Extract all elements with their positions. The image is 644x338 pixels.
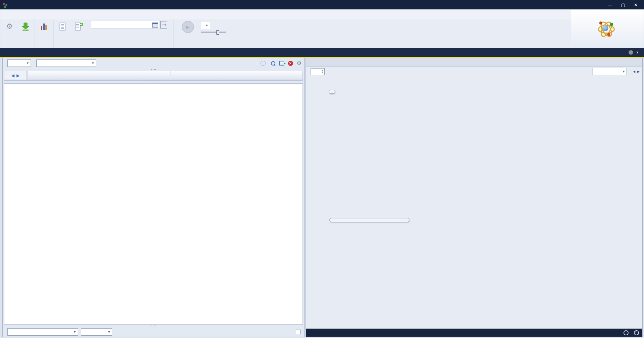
analysis-panel: ▼ ▼ ✕ ⚙ ◀▶: [2, 58, 305, 337]
document-tabs: ▼: [0, 48, 644, 58]
ribbon-group-accounts: ⚙: [0, 19, 35, 48]
import-arrow-icon: [21, 22, 31, 32]
chevron-down-icon: ▼: [636, 51, 639, 54]
search-icon[interactable]: [270, 60, 276, 66]
minimize-icon[interactable]: —: [608, 0, 612, 9]
play-button[interactable]: ▶: [182, 21, 194, 33]
trading-date-input[interactable]: [91, 21, 159, 29]
chart-status-bar: – +: [306, 329, 642, 337]
projection-date-select[interactable]: ▼: [593, 68, 627, 75]
puts-chain-table: [4, 83, 303, 325]
expiry-header-row: ◀▶: [3, 71, 304, 80]
chevron-down-icon: ▼: [205, 24, 208, 27]
account-selector[interactable]: ▼: [626, 48, 644, 57]
splitter-handle[interactable]: [3, 325, 304, 327]
zoom-out-icon[interactable]: –: [623, 330, 629, 335]
maximize-icon[interactable]: ▢: [621, 0, 625, 9]
chevron-down-icon: ▼: [73, 330, 76, 334]
app-window: — ▢ ✕ ▲ ? ⚙: [0, 0, 644, 338]
chevron-down-icon: ▼: [108, 330, 111, 334]
chart-controls: ▲▼ ▼ ◀ ▶: [306, 67, 642, 76]
splitter-handle[interactable]: [3, 68, 304, 71]
expiry-header-1[interactable]: [28, 71, 170, 80]
ribbon-group-tradelog: [53, 19, 88, 48]
position-legend[interactable]: [329, 90, 335, 94]
account-status-icon: [629, 50, 633, 55]
chevron-left-icon[interactable]: ◀: [11, 73, 14, 78]
vol-adjust-stepper[interactable]: ▲▼: [311, 68, 325, 75]
chevron-down-icon: ▼: [622, 70, 625, 73]
strategy-select[interactable]: ▼: [36, 59, 96, 67]
settings-button[interactable]: ⚙: [3, 21, 16, 33]
chart-zone: [306, 76, 642, 272]
ignore-trades-checkbox[interactable]: [296, 330, 300, 334]
symbol-select[interactable]: ▼: [7, 59, 31, 67]
date-values-tooltip: [329, 218, 409, 222]
greeks-strip-chart[interactable]: [306, 272, 643, 330]
chevron-down-icon: ▼: [26, 61, 29, 65]
spin-down-icon[interactable]: ▼: [322, 72, 324, 73]
commit-icon: [260, 61, 266, 66]
bar-chart-icon: [39, 22, 49, 32]
slider-handle[interactable]: [216, 30, 219, 35]
chart-tabs: [306, 58, 642, 67]
menu-bar: ▲ ?: [0, 9, 644, 20]
reports-button[interactable]: [38, 21, 50, 33]
brand-logo: [571, 10, 644, 48]
risk-chart-plot[interactable]: [306, 76, 643, 270]
risk-chart-panel: ▲▼ ▼ ◀ ▶ – +: [306, 58, 643, 337]
chevron-right-icon[interactable]: ▶: [637, 70, 640, 73]
app-molecule-icon: [2, 2, 9, 8]
ribbon-group-reports: [35, 19, 53, 48]
splitter-handle[interactable]: [3, 81, 304, 83]
ribbon-group-datetime: ⊦⊣: [88, 19, 173, 48]
commit-button[interactable]: [260, 61, 267, 66]
import-button[interactable]: [19, 21, 32, 33]
time-split-button[interactable]: ⊦⊣: [160, 21, 167, 29]
atom-logo-icon: [597, 19, 615, 37]
chain-settings-icon[interactable]: ⚙: [296, 60, 302, 66]
auto-select[interactable]: ▼: [81, 328, 112, 336]
expiry-nav[interactable]: ◀▶: [4, 71, 27, 80]
title-bar: — ▢ ✕: [0, 0, 644, 9]
export-grid-icon[interactable]: [279, 60, 285, 66]
ribbon: ⚙: [0, 19, 571, 48]
gear-icon: ⚙: [4, 22, 14, 32]
document-plus-icon: [74, 22, 84, 32]
analysis-mode-select[interactable]: ▼: [7, 328, 78, 336]
speed-slider[interactable]: [201, 32, 226, 33]
zoom-in-icon[interactable]: +: [634, 330, 639, 335]
interval-select[interactable]: ▼: [201, 22, 210, 29]
commit-trade-button[interactable]: [72, 21, 85, 33]
symbol-toolbar: ▼ ▼ ✕ ⚙: [3, 58, 304, 68]
ribbon-group-playback: ▶ ▼: [179, 19, 229, 48]
close-icon[interactable]: ✕: [634, 0, 638, 9]
chevron-left-icon[interactable]: ◀: [633, 70, 635, 73]
trade-analysis-toolbar: ▼ ▼: [3, 327, 304, 337]
expiry-header-2[interactable]: [171, 71, 303, 80]
chevron-right-icon[interactable]: ▶: [16, 73, 19, 78]
delete-icon[interactable]: ✕: [287, 60, 293, 66]
ribbon-group-windows: [173, 19, 179, 48]
chevron-down-icon: ▼: [91, 61, 94, 65]
trade-log-button[interactable]: [56, 21, 69, 33]
calendar-icon[interactable]: [152, 23, 158, 28]
document-icon: [57, 22, 68, 32]
